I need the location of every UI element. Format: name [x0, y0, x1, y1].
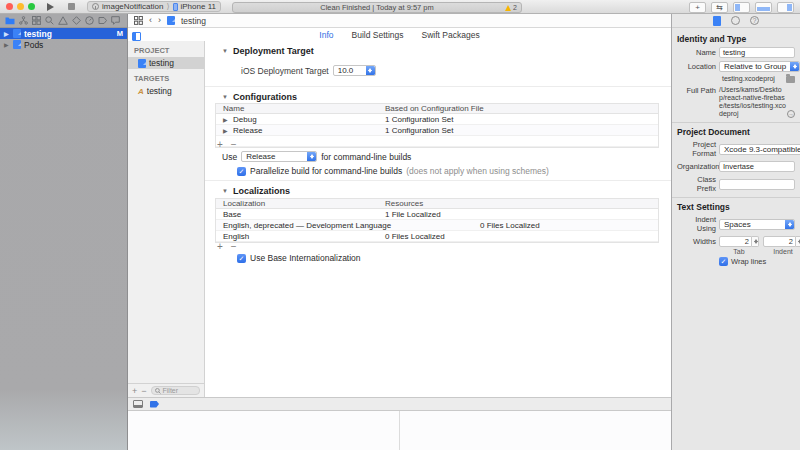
scheme-separator: ⟩	[166, 2, 169, 11]
remove-configuration-button[interactable]: −	[231, 140, 237, 150]
navigator-item-pods[interactable]: ▶ Pods	[0, 39, 127, 50]
toggle-debug-area-button[interactable]	[755, 2, 772, 13]
file-icon	[167, 16, 175, 25]
table-row[interactable]: English, deprecated — Development Langua…	[216, 220, 658, 231]
reveal-in-finder-icon[interactable]: →	[787, 110, 795, 118]
dropdown-arrows-icon	[785, 220, 794, 229]
filter-input[interactable]: Filter	[151, 386, 200, 395]
target-item-label: testing	[147, 86, 172, 96]
localization-name: English	[216, 232, 381, 241]
indent-width-field[interactable]: 2	[763, 236, 796, 247]
name-field[interactable]: testing	[719, 47, 795, 58]
table-row[interactable]: ▶Debug 1 Configuration Set	[216, 114, 658, 125]
targets-header: TARGETS	[128, 69, 204, 85]
navigator-item-testing[interactable]: ▶ testing M	[0, 28, 127, 39]
tab-caption: Tab	[719, 248, 759, 255]
warning-badge[interactable]: 2	[505, 4, 517, 11]
breakpoints-icon[interactable]	[98, 16, 107, 25]
quick-help-icon[interactable]: ?	[750, 16, 759, 25]
file-inspector-icon[interactable]	[713, 16, 721, 26]
column-resources: Resources	[381, 199, 658, 208]
symbols-icon[interactable]	[32, 16, 41, 25]
library-button[interactable]: +	[689, 2, 706, 13]
related-items-icon[interactable]	[134, 16, 143, 25]
class-prefix-field[interactable]	[719, 179, 795, 190]
choose-location-folder-icon[interactable]	[786, 76, 795, 83]
tab-info[interactable]: Info	[319, 30, 333, 40]
config-name: Release	[233, 126, 262, 135]
disclosure-icon[interactable]: ▶	[4, 41, 10, 48]
file-name-value: testing.xcodeproj	[722, 75, 783, 83]
table-row[interactable]: ▶Release 1 Configuration Set	[216, 125, 658, 136]
history-inspector-icon[interactable]	[731, 16, 740, 25]
console-view	[399, 411, 671, 450]
search-icon[interactable]	[45, 16, 54, 25]
sidebar-filter-bar: + − Filter	[128, 383, 204, 397]
wrap-lines-checkbox[interactable]: ✓	[719, 257, 728, 266]
reports-icon[interactable]	[111, 16, 120, 25]
issues-icon[interactable]	[58, 16, 68, 25]
organization-field[interactable]: Invertase	[719, 161, 795, 172]
dropdown-arrows-icon	[790, 62, 799, 71]
modified-badge: M	[117, 29, 123, 38]
disclosure-icon[interactable]: ▶	[223, 116, 229, 123]
debug-gauge-icon[interactable]	[85, 16, 94, 25]
tab-width-stepper[interactable]	[752, 236, 759, 247]
zoom-window-button[interactable]	[28, 3, 35, 10]
stop-button[interactable]	[68, 3, 75, 10]
disclosure-icon[interactable]: ▼	[222, 48, 228, 54]
scheme-selector[interactable]: imageNotification ⟩ iPhone 11	[87, 1, 221, 12]
tests-icon[interactable]	[72, 16, 81, 25]
add-configuration-button[interactable]: +	[217, 140, 223, 150]
sidebar-item-target-testing[interactable]: A testing	[128, 85, 204, 97]
tab-width-field[interactable]: 2	[719, 236, 752, 247]
add-target-button[interactable]: +	[132, 386, 137, 396]
remove-target-button[interactable]: −	[141, 386, 146, 396]
jump-bar-file-name[interactable]: testing	[181, 16, 206, 26]
disclosure-icon[interactable]: ▼	[222, 188, 228, 194]
parallelize-checkbox[interactable]: ✓	[237, 167, 246, 176]
location-select[interactable]: Relative to Group	[719, 61, 800, 72]
source-control-icon[interactable]	[19, 16, 28, 25]
toggle-inspector-button[interactable]	[777, 2, 794, 13]
filter-placeholder: Filter	[163, 387, 179, 394]
inspector-panel: ? Identity and Type Name testing Locatio…	[672, 14, 800, 450]
run-button[interactable]	[47, 3, 54, 11]
dropdown-arrows-icon	[307, 152, 316, 161]
project-info-pane: ▼ Deployment Target iOS Deployment Targe…	[205, 41, 671, 397]
command-line-config-select[interactable]: Release	[241, 151, 317, 162]
wrap-lines-row: ✓ Wrap lines	[677, 257, 795, 266]
base-internationalization-checkbox[interactable]: ✓	[237, 254, 246, 263]
minimize-window-button[interactable]	[17, 3, 24, 10]
back-button[interactable]: ‹	[149, 16, 152, 25]
destination-name: iPhone 11	[181, 2, 216, 11]
toggle-navigator-button[interactable]	[733, 2, 750, 13]
hide-debug-area-icon[interactable]	[133, 400, 143, 408]
column-name: Name	[216, 104, 381, 113]
remove-localization-button[interactable]: −	[231, 242, 237, 252]
table-row[interactable]: Base 1 File Localized	[216, 209, 658, 220]
editor-options-icon[interactable]: ⇆	[711, 2, 728, 13]
project-navigator-icon[interactable]	[5, 16, 15, 25]
project-format-select[interactable]: Xcode 9.3-compatible	[719, 144, 800, 155]
tab-swift-packages[interactable]: Swift Packages	[422, 30, 480, 40]
show-projects-list-icon[interactable]	[132, 32, 141, 41]
tab-build-settings[interactable]: Build Settings	[352, 30, 404, 40]
deployment-target-select[interactable]: 10.0	[333, 65, 376, 76]
localizations-add-remove: + −	[217, 242, 237, 252]
breakpoints-toggle-icon[interactable]	[150, 401, 159, 408]
navigator-tab-bar	[0, 14, 127, 28]
forward-button[interactable]: ›	[158, 16, 161, 25]
close-window-button[interactable]	[6, 3, 13, 10]
indent-using-select[interactable]: Spaces	[719, 219, 795, 230]
activity-status-window: Clean Finished | Today at 9:57 pm 2	[232, 2, 522, 13]
disclosure-icon[interactable]: ▼	[222, 94, 228, 100]
disclosure-icon[interactable]: ▶	[223, 127, 229, 134]
indent-width-stepper[interactable]	[796, 236, 800, 247]
base-internationalization-row: ✓ Use Base Internationalization	[237, 253, 361, 263]
disclosure-icon[interactable]: ▶	[4, 30, 10, 37]
table-row[interactable]: English 0 Files Localized	[216, 231, 658, 242]
sidebar-item-project-testing[interactable]: testing	[128, 57, 204, 69]
add-localization-button[interactable]: +	[217, 242, 223, 252]
inspector-tab-bar: ?	[672, 14, 800, 28]
